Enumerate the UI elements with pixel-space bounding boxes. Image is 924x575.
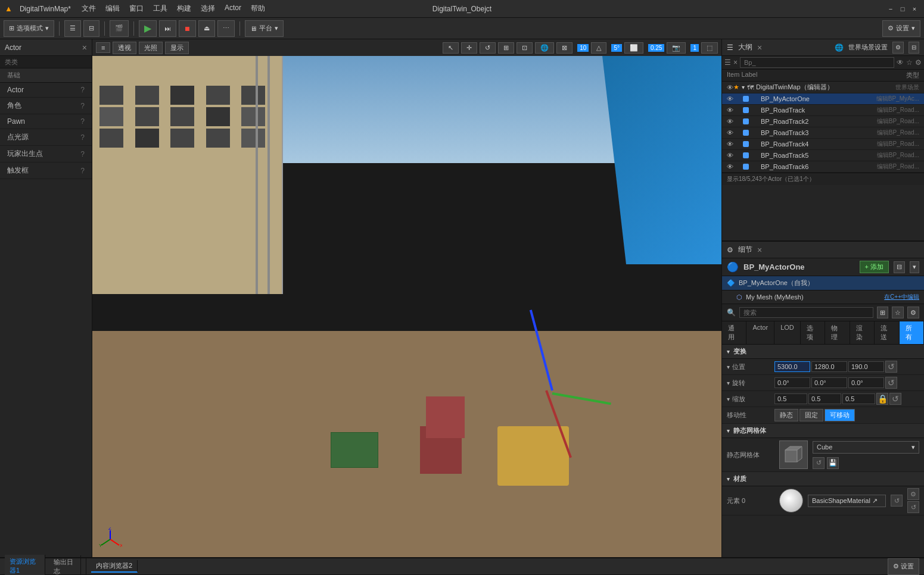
menu-window[interactable]: 窗口 (126, 2, 147, 15)
viewport[interactable]: ≡ 透视 光照 显示 ↖ ✛ ↺ ⊞ ⊡ 🌐 ⊠ 10 △ 5° ⬜ 0.25 … (92, 39, 721, 557)
actor-item-actor[interactable]: Actor ? (0, 83, 92, 98)
tab-physics[interactable]: 物理 (825, 321, 850, 344)
tab-lod[interactable]: LOD (774, 321, 801, 344)
static-mesh-section-header[interactable]: ▾ 静态网格体 (722, 424, 924, 438)
pos-expand[interactable]: ▾ (727, 364, 730, 370)
playerstart-help-icon[interactable]: ? (80, 150, 85, 158)
transform-section-header[interactable]: ▾ 变换 (722, 345, 924, 359)
maximize-viewport[interactable]: ⬚ (701, 42, 718, 54)
scale-lock-button[interactable]: 🔒 (876, 393, 888, 405)
menu-build[interactable]: 构建 (173, 2, 195, 15)
tab-actor[interactable]: Actor (746, 321, 774, 344)
mat-reset-btn[interactable]: ↺ (907, 501, 919, 513)
mesh-browse-btn[interactable]: ↺ (813, 457, 825, 469)
outline-star-icon[interactable]: ☆ (906, 58, 913, 67)
tab-stream[interactable]: 流送 (875, 321, 899, 344)
menu-tools[interactable]: 工具 (150, 2, 171, 15)
actor-panel-close[interactable]: × (82, 43, 87, 52)
tab-output-log[interactable]: 输出日志 (49, 555, 81, 576)
details-close[interactable]: × (757, 245, 762, 255)
camera-speed[interactable]: 🌐 (535, 42, 554, 54)
close-button[interactable]: × (910, 4, 919, 14)
scale-tool[interactable]: ⊞ (498, 42, 514, 54)
scale-expand[interactable]: ▾ (727, 396, 730, 402)
tab-all[interactable]: 所有 (900, 321, 924, 344)
cb-tab-main[interactable]: 内容浏览器2 (91, 560, 138, 573)
actor-help-icon[interactable]: ? (80, 86, 85, 94)
material-name-dropdown[interactable]: BasicShapeMaterial ↗ (808, 495, 886, 507)
outline-row-roadtrack3[interactable]: 👁 BP_RoadTrack3 编辑BP_Road... (722, 127, 924, 139)
outline-row-bp-myactor[interactable]: 👁 BP_MyActorOne 编辑BP_MyAc... (722, 93, 924, 105)
cinematic-button[interactable]: 🎬 (110, 20, 129, 37)
mesh-save-btn[interactable]: 💾 (827, 457, 839, 469)
eye-icon-world[interactable]: 👁 (727, 84, 733, 91)
viewport-lighting-btn[interactable]: 光照 (139, 42, 163, 54)
scale-x-input[interactable] (774, 393, 807, 404)
pawn-help-icon[interactable]: ? (80, 117, 85, 126)
pointlight-help-icon[interactable]: ? (80, 133, 85, 142)
outline-row-roadtrack[interactable]: 👁 BP_RoadTrack 编辑BP_Road... (722, 105, 924, 116)
stop-button[interactable]: ⏹ (179, 20, 196, 37)
mode-selector-button[interactable]: ⊞ 选项模式 ▾ (4, 20, 54, 37)
details-star-icon[interactable]: ☆ (892, 307, 904, 318)
pos-z-input[interactable] (848, 361, 884, 372)
tab-asset-browser[interactable]: 资源浏览器1 (5, 555, 45, 576)
expand-icon-world[interactable]: ▾ (742, 84, 745, 90)
eject-button[interactable]: ⏏ (198, 20, 215, 37)
eye-icon-road2[interactable]: 👁 (727, 118, 733, 125)
outline-filter-icon[interactable]: ☰ (724, 58, 731, 67)
actor-item-character[interactable]: 角色 ? (0, 98, 92, 114)
maximize-button[interactable]: □ (898, 4, 907, 14)
new-level-button[interactable]: ☰ (64, 20, 81, 37)
snap-settings[interactable]: ⊠ (556, 42, 573, 54)
outline-close[interactable]: × (757, 43, 762, 52)
outline-row-world[interactable]: 👁 ★ ▾ 🗺 DigitalTwinMap（编辑器） 世界场景 (722, 82, 924, 93)
details-component-self[interactable]: 🔷 BP_MyActorOne（自我） (722, 276, 924, 290)
actor-item-playerstart[interactable]: 玩家出生点 ? (0, 146, 92, 162)
outline-settings-btn[interactable]: ⚙ (892, 42, 904, 54)
eye-icon-road5[interactable]: 👁 (727, 152, 733, 159)
rot-y-input[interactable] (811, 377, 847, 388)
scale-snap[interactable]: ⬜ (624, 42, 643, 54)
menu-edit[interactable]: 编辑 (102, 2, 123, 15)
viewport-hamburger[interactable]: ≡ (96, 42, 110, 53)
pos-x-input[interactable] (774, 361, 810, 372)
outline-row-roadtrack2[interactable]: 👁 BP_RoadTrack2 编辑BP_Road... (722, 116, 924, 127)
camera-fov[interactable]: 📷 (667, 42, 686, 54)
menu-help[interactable]: 帮助 (247, 2, 269, 15)
pos-reset-button[interactable]: ↺ (885, 361, 897, 373)
menu-select[interactable]: 选择 (197, 2, 219, 15)
titlebar-controls[interactable]: − □ × (886, 4, 919, 14)
details-more-btn[interactable]: ▾ (910, 261, 919, 273)
eye-icon-bp1[interactable]: 👁 (727, 95, 733, 102)
minimize-button[interactable]: − (886, 4, 895, 14)
cb-settings-btn[interactable]: ⚙ 3未保存 | 版版权限版...设置 (888, 558, 919, 575)
rot-expand[interactable]: ▾ (727, 380, 730, 386)
scale-reset-button[interactable]: ↺ (889, 393, 901, 405)
outline-filter-clear[interactable]: × (733, 58, 738, 67)
outline-search-input[interactable] (740, 57, 894, 68)
outline-eye-icon[interactable]: 👁 (897, 58, 904, 67)
scale-z-input[interactable] (842, 393, 875, 404)
viewport-show-btn[interactable]: 显示 (165, 42, 189, 54)
mat-icon-btn1[interactable]: ⚙ (907, 488, 919, 500)
outline-row-roadtrack5[interactable]: 👁 BP_RoadTrack5 编辑BP_Road... (722, 150, 924, 161)
viewport-perspective-btn[interactable]: 透视 (113, 42, 136, 54)
eye-icon-road1[interactable]: 👁 (727, 107, 733, 114)
details-grid-icon[interactable]: ⊞ (877, 307, 888, 318)
angle-snap[interactable]: △ (591, 42, 606, 54)
materials-section-header[interactable]: ▾ 材质 (722, 472, 924, 486)
trigger-help-icon[interactable]: ? (80, 167, 85, 175)
tab-general[interactable]: 通用 (722, 321, 746, 344)
surface-snapping[interactable]: ⊡ (517, 42, 533, 54)
actor-item-pointlight[interactable]: 点光源 ? (0, 129, 92, 146)
menu-file[interactable]: 文件 (78, 2, 99, 15)
world-settings-label[interactable]: 世界场景设置 (848, 43, 888, 52)
eye-icon-road6[interactable]: 👁 (727, 163, 733, 170)
actor-item-pawn[interactable]: Pawn ? (0, 114, 92, 129)
details-cog-icon[interactable]: ⚙ (907, 307, 919, 318)
pos-y-input[interactable] (811, 361, 847, 372)
menu-actor[interactable]: Actor (221, 2, 245, 15)
tab-render[interactable]: 渲染 (850, 321, 875, 344)
play-button[interactable]: ▶ (139, 20, 157, 37)
